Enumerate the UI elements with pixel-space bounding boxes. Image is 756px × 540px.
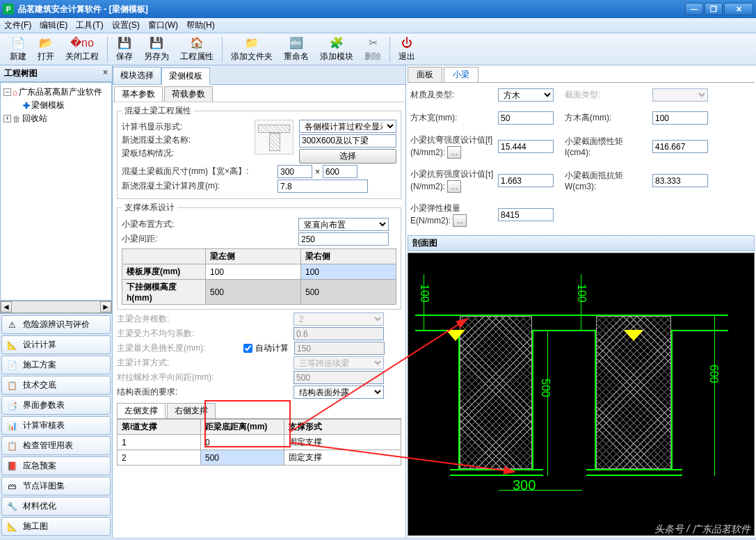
tab-panel[interactable]: 面板	[408, 67, 442, 82]
label-beam-name: 新浇混凝土梁名称:	[122, 134, 240, 146]
menu-settings[interactable]: 设置(S)	[112, 19, 140, 31]
label-bend-strength: 小梁抗弯强度设计值[f](N/mm2): …	[410, 134, 494, 159]
menu-file[interactable]: 文件(F)	[4, 19, 31, 31]
btn-material-opt[interactable]: 🔧材料优化	[1, 497, 111, 516]
tool-rename[interactable]: 🔤重命名	[278, 35, 314, 64]
exit-icon: ⏻	[400, 36, 414, 50]
recycle-icon: 🗑	[13, 114, 21, 124]
tab-left-support[interactable]: 左侧支撑	[117, 403, 166, 418]
btn-interface-params[interactable]: 📑界面参数表	[1, 396, 111, 415]
tree-recycle[interactable]: + 🗑 回收站	[3, 112, 108, 125]
cad-dim-600: 600	[707, 365, 720, 383]
label-merge: 主梁合并根数:	[117, 313, 291, 325]
tab-module-select[interactable]: 模块选择	[113, 67, 161, 84]
input-section-width[interactable]	[278, 165, 312, 178]
btn-emergency-plan[interactable]: 📕应急预案	[1, 456, 111, 475]
menu-window[interactable]: 窗口(W)	[148, 19, 178, 31]
input-elastic[interactable]	[498, 208, 554, 221]
input-shear-strength[interactable]	[498, 174, 554, 187]
select-calc-method: 三等跨连续梁	[293, 356, 384, 370]
minimize-button[interactable]: —	[685, 3, 703, 15]
input-wood-width[interactable]	[498, 111, 554, 125]
tool-add-folder[interactable]: 📁添加文件夹	[225, 35, 278, 64]
label-tie-spacing: 对拉螺栓水平向间距(mm):	[117, 372, 291, 383]
tool-save[interactable]: 💾保存	[111, 35, 138, 64]
elastic-picker-button[interactable]: …	[453, 214, 467, 227]
input-beam-name[interactable]	[299, 134, 396, 148]
tree-toggle-icon[interactable]: −	[3, 88, 11, 96]
tool-delete[interactable]: ✂删除	[359, 35, 387, 64]
btn-hazard[interactable]: ⚠危险源辨识与评价	[1, 315, 111, 334]
window-title: 品茗建筑安全计算软件 - [梁侧模板]	[18, 3, 685, 15]
subtab-load-params[interactable]: 荷载参数	[164, 86, 213, 102]
input-inertia[interactable]	[652, 140, 708, 153]
menu-edit[interactable]: 编辑(E)	[40, 19, 67, 31]
select-minor-beam-layout[interactable]: 竖直向布置	[298, 218, 389, 231]
checkbox-auto-calc[interactable]	[243, 344, 252, 353]
select-calc-form[interactable]: 各侧模计算过程全显示	[299, 120, 396, 133]
input-section-height[interactable]	[323, 165, 357, 178]
tab-right-support[interactable]: 右侧支撑	[167, 403, 216, 418]
drawing-icon: 📐	[6, 522, 17, 532]
delete-icon: ✂	[366, 36, 380, 50]
beam-section-icon	[255, 120, 293, 154]
btn-design-calc[interactable]: 📐设计计算	[1, 335, 111, 354]
select-surface-req[interactable]: 结构表面外露	[293, 386, 384, 399]
select-section-type	[652, 88, 708, 102]
home-icon: ⌂	[13, 88, 17, 97]
tool-save-as[interactable]: 💾另存为	[138, 35, 175, 64]
tool-project-props[interactable]: 🏠工程属性	[175, 35, 219, 64]
table-icon: 📑	[6, 401, 17, 411]
tab-beam-side-form[interactable]: 梁侧模板	[161, 68, 210, 85]
bend-picker-button[interactable]: …	[447, 146, 461, 159]
left-button-stack: ⚠危险源辨识与评价 📐设计计算 📄施工方案 📋技术交底 📑界面参数表 📊计算审核…	[0, 313, 112, 537]
tree-toggle-icon[interactable]: +	[3, 115, 11, 122]
tool-new[interactable]: 📄新建	[4, 35, 32, 64]
maximize-button[interactable]: ❐	[705, 3, 723, 15]
close-button[interactable]: ✕	[724, 3, 753, 15]
btn-inspection-table[interactable]: 📋检查管理用表	[1, 436, 111, 455]
drawer-icon: 🗃	[6, 482, 17, 491]
menu-tools[interactable]: 工具(T)	[76, 19, 103, 31]
inspect-icon: 📋	[6, 441, 17, 451]
tool-close-project[interactable]: �no关闭工程	[60, 35, 104, 64]
input-resist[interactable]	[652, 174, 708, 187]
tree-hscroll[interactable]: ◄ ►	[0, 301, 112, 313]
tree-root[interactable]: − ⌂ 广东品茗高新产业软件	[3, 86, 108, 99]
select-material[interactable]: 方木	[498, 88, 554, 102]
btn-construction-plan[interactable]: 📄施工方案	[1, 356, 111, 374]
project-tree[interactable]: − ⌂ 广东品茗高新产业软件 ✚ 梁侧模板 + 🗑 回收站	[0, 82, 112, 301]
cad-beam-hatch	[460, 316, 532, 469]
btn-node-detail[interactable]: 🗃节点详图集	[1, 477, 111, 495]
input-wood-height[interactable]	[652, 111, 708, 125]
tool-exit[interactable]: ⏻退出	[393, 35, 421, 64]
scroll-left-icon[interactable]: ◄	[1, 301, 12, 312]
input-bend-strength[interactable]	[498, 140, 554, 153]
label-uneven: 主梁受力不均匀系数:	[117, 328, 291, 340]
add-folder-icon: 📁	[245, 36, 259, 50]
tab-minor-beam[interactable]: 小梁	[444, 67, 478, 82]
input-span[interactable]	[278, 180, 368, 193]
scroll-right-icon[interactable]: ►	[100, 301, 111, 312]
slab-thickness-table[interactable]: 梁左侧梁右侧 楼板厚度(mm)100100 下挂侧模高度h(mm)500500	[122, 248, 396, 305]
support-position-table[interactable]: 第i道支撑距梁底距离(mm)支撑形式 10固定支撑 2500固定支撑	[117, 419, 401, 466]
tool-open[interactable]: 📂打开	[32, 35, 60, 64]
shear-picker-button[interactable]: …	[447, 180, 461, 193]
tool-add-module[interactable]: 🧩添加模块	[314, 35, 359, 64]
cad-section-view[interactable]: 100 500 100 600 300	[408, 253, 755, 536]
app-icon: P	[3, 3, 14, 15]
label-minor-beam-spacing: 小梁间距:	[122, 233, 296, 245]
btn-tech-disclose[interactable]: 📋技术交底	[1, 376, 111, 395]
calc-icon: 📐	[6, 340, 17, 350]
input-minor-beam-spacing[interactable]	[298, 232, 389, 246]
select-struct-button[interactable]: 选择	[299, 149, 396, 164]
btn-construction-drawing[interactable]: 📐施工图	[1, 517, 111, 536]
subtab-basic-params[interactable]: 基本参数	[114, 86, 163, 102]
btn-audit-table[interactable]: 📊计算审核表	[1, 416, 111, 435]
menu-help[interactable]: 帮助(H)	[186, 19, 215, 31]
group-support-system: 支撑体系设计 小梁布置方式: 竖直向布置 小梁间距: 梁左侧梁右侧 楼板厚度(m…	[117, 202, 401, 310]
label-cantilever: 主梁最大悬挑长度(mm):	[117, 342, 241, 354]
tree-child[interactable]: ✚ 梁侧模板	[3, 99, 108, 112]
warning-icon: ⚠	[6, 320, 17, 330]
tree-close-icon[interactable]: ×	[103, 68, 108, 79]
